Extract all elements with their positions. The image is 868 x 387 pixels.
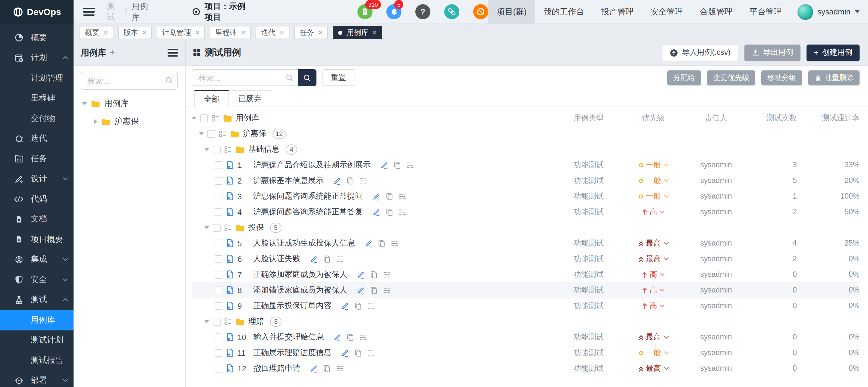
case-title[interactable]: 撤回理赔申请 — [253, 363, 301, 374]
sidebar-subitem[interactable]: 测试报告 — [0, 350, 73, 371]
copy-icon[interactable] — [354, 302, 362, 310]
edit-icon[interactable] — [341, 302, 349, 310]
priority-dropdown[interactable]: 最高 — [638, 254, 669, 264]
priority-dropdown[interactable]: 一般 — [638, 348, 669, 358]
sidebar-item[interactable]: 迭代 — [0, 129, 73, 149]
case-title[interactable]: 人脸认证失败 — [253, 253, 300, 264]
priority-dropdown[interactable]: 一般 — [638, 191, 669, 201]
checkbox[interactable] — [215, 255, 222, 263]
checkbox[interactable] — [215, 192, 222, 200]
detail-icon[interactable] — [367, 349, 375, 356]
open-tab[interactable]: 任务× — [294, 26, 328, 39]
user-menu[interactable]: sysadmin — [790, 4, 868, 20]
detail-icon[interactable] — [383, 271, 391, 278]
checkbox[interactable] — [215, 286, 222, 294]
create-case-button[interactable]: +创建用例 — [807, 44, 860, 61]
tree-node[interactable]: 沪惠保 — [73, 112, 185, 131]
export-cases-button[interactable]: 导出用例 — [744, 44, 801, 61]
case-title[interactable]: 人脸认证成功生成投保人信息 — [253, 238, 355, 249]
open-tab[interactable]: 迭代× — [255, 26, 289, 39]
sidebar-item[interactable]: 概要 — [0, 28, 73, 48]
copy-icon[interactable] — [347, 333, 354, 341]
breadcrumb-section[interactable]: 测试 — [107, 1, 120, 23]
cases-tab[interactable]: 已废弃 — [229, 90, 271, 107]
collapse-arrow-icon[interactable] — [82, 102, 87, 105]
close-icon[interactable]: × — [241, 28, 245, 37]
priority-dropdown[interactable]: 高 — [642, 301, 665, 311]
edit-icon[interactable] — [341, 349, 349, 357]
checkbox[interactable] — [215, 349, 222, 357]
case-title[interactable]: 正确展示理赔进度信息 — [253, 347, 332, 358]
edit-icon[interactable] — [373, 208, 380, 216]
priority-dropdown[interactable]: 高 — [642, 207, 665, 217]
sidebar-subitem[interactable]: 用例库 — [0, 310, 73, 330]
sidebar-subitem[interactable]: 计划管理 — [0, 68, 73, 88]
close-icon[interactable]: × — [280, 28, 284, 37]
case-title[interactable]: 沪惠保产品介绍以及往期示例展示 — [253, 160, 371, 170]
detail-icon[interactable] — [367, 303, 375, 309]
project-selector[interactable]: 项目：示例项目 — [191, 1, 251, 23]
edit-icon[interactable] — [333, 177, 341, 184]
sidebar-subitem[interactable]: 交付物 — [0, 108, 73, 129]
group-label[interactable]: 基础信息 — [248, 144, 280, 155]
topnav-item[interactable]: 平台管理 — [741, 0, 790, 24]
copy-icon[interactable] — [370, 286, 377, 294]
sidebar-item[interactable]: 设计 — [0, 169, 73, 189]
detail-icon[interactable] — [360, 334, 367, 340]
checkbox[interactable] — [215, 239, 222, 247]
priority-dropdown[interactable]: 一般 — [638, 160, 669, 170]
topnav-item[interactable]: 项目(群) — [488, 0, 535, 24]
case-title[interactable]: 正确显示投保订单内容 — [253, 300, 332, 311]
checkbox[interactable] — [207, 130, 215, 138]
tree-node[interactable]: 用例库 — [73, 95, 185, 112]
priority-dropdown[interactable]: 高 — [642, 269, 665, 280]
checkbox[interactable] — [215, 161, 222, 169]
edit-icon[interactable] — [380, 161, 388, 169]
copy-icon[interactable] — [370, 271, 377, 278]
copy-icon[interactable] — [347, 177, 354, 184]
change-priority-button[interactable]: 变更优先级 — [707, 70, 755, 85]
checkbox[interactable] — [200, 114, 208, 122]
collapse-arrow-icon[interactable] — [204, 320, 209, 323]
sidebar-item[interactable]: 任务 — [0, 149, 73, 169]
sidebar-item[interactable]: 安全 — [0, 270, 73, 290]
edit-icon[interactable] — [310, 255, 318, 263]
copy-icon[interactable] — [386, 208, 393, 216]
open-tab[interactable]: 版本× — [118, 26, 152, 39]
edit-icon[interactable] — [365, 239, 373, 247]
copy-icon[interactable] — [378, 239, 385, 247]
panel-menu-icon[interactable] — [167, 49, 178, 57]
detail-icon[interactable] — [336, 365, 344, 372]
group-label[interactable]: 用例库 — [236, 112, 259, 124]
close-icon[interactable]: × — [318, 28, 322, 37]
search-button[interactable] — [298, 69, 316, 86]
detail-icon[interactable] — [391, 240, 398, 246]
open-tab[interactable]: 概要× — [80, 26, 113, 39]
menu-toggle-icon[interactable] — [83, 7, 95, 16]
checkbox[interactable] — [213, 317, 221, 325]
collapse-arrow-icon[interactable] — [199, 132, 204, 135]
checkbox[interactable] — [213, 145, 221, 153]
app-logo[interactable]: DevOps — [0, 0, 73, 24]
priority-dropdown[interactable]: 高 — [642, 285, 665, 295]
topnav-item[interactable]: 安全管理 — [642, 0, 691, 24]
detail-icon[interactable] — [383, 287, 391, 293]
sidebar-item[interactable]: 计划 — [0, 48, 73, 68]
collapse-arrow-icon[interactable] — [204, 148, 209, 151]
checkbox[interactable] — [215, 208, 222, 216]
sidebar-item[interactable]: 文档 — [0, 209, 73, 229]
expand-arrow-icon[interactable] — [94, 119, 97, 124]
group-label[interactable]: 理赔 — [248, 316, 264, 327]
detail-icon[interactable] — [336, 255, 344, 262]
copy-icon[interactable] — [323, 255, 330, 263]
collapse-arrow-icon[interactable] — [192, 116, 196, 119]
case-title[interactable]: 沪惠保基本信息展示 — [253, 175, 324, 186]
topnav-item[interactable]: 投产管理 — [592, 0, 642, 24]
case-title[interactable]: 沪惠保问题咨询系统能正常提问 — [253, 191, 363, 202]
edit-icon[interactable] — [357, 286, 365, 294]
breadcrumb-page[interactable]: 用例库 — [132, 1, 152, 23]
priority-dropdown[interactable]: 最高 — [638, 363, 669, 374]
case-search-input[interactable] — [192, 69, 298, 86]
edit-icon[interactable] — [334, 333, 341, 341]
case-title[interactable]: 沪惠保问题咨询系统能正常答复 — [253, 206, 363, 217]
